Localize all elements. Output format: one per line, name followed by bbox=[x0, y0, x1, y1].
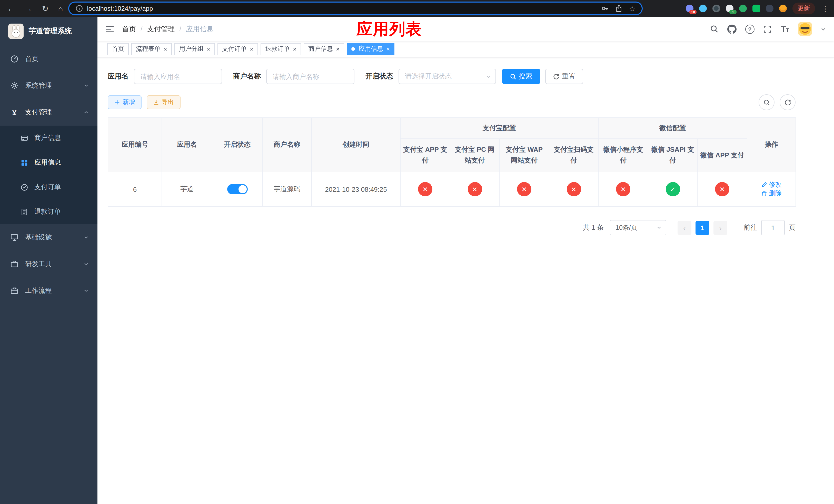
prev-page-button[interactable]: ‹ bbox=[678, 221, 692, 234]
sidebar-item-payment[interactable]: ¥ 支付管理 bbox=[0, 99, 97, 125]
merchant-name-input[interactable] bbox=[266, 69, 354, 84]
status-select[interactable]: 请选择开启状态 bbox=[398, 69, 496, 84]
sidebar-item-app-info[interactable]: 应用信息 bbox=[0, 150, 97, 175]
next-page-button[interactable]: › bbox=[714, 221, 727, 234]
delete-link[interactable]: 删除 bbox=[761, 189, 782, 198]
cell-created-at: 2021-10-23 08:49:25 bbox=[312, 172, 400, 206]
tab-refund-orders[interactable]: 退款订单 bbox=[261, 43, 301, 55]
reload-icon[interactable]: ↻ bbox=[42, 5, 48, 12]
goto-label: 前往 bbox=[744, 223, 757, 232]
bookmark-star-icon[interactable]: ☆ bbox=[629, 4, 635, 13]
extension-icon-1[interactable]: 10 bbox=[686, 5, 694, 12]
extension-icon-5[interactable] bbox=[739, 5, 747, 12]
breadcrumb-home[interactable]: 首页 bbox=[122, 24, 136, 33]
page-number-1[interactable]: 1 bbox=[696, 221, 709, 234]
sidebar-menu: 首页 系统管理 ¥ 支付管理 商户信息 bbox=[0, 46, 97, 304]
tab-process-form[interactable]: 流程表单 bbox=[131, 43, 172, 55]
alipay-pc-status-icon bbox=[467, 182, 482, 197]
share-icon[interactable] bbox=[615, 5, 623, 12]
edit-link-label: 修改 bbox=[769, 180, 782, 189]
sidebar-item-home[interactable]: 首页 bbox=[0, 46, 97, 72]
sidebar-collapse-icon[interactable] bbox=[97, 25, 122, 33]
extension-icon-6[interactable] bbox=[752, 5, 760, 12]
toolbox-icon bbox=[10, 260, 19, 268]
alipay-qr-status-icon bbox=[567, 182, 581, 197]
back-icon[interactable]: ← bbox=[7, 5, 15, 12]
address-bar[interactable]: localhost:1024/pay/app ☆ bbox=[68, 2, 642, 15]
enable-toggle[interactable] bbox=[227, 184, 247, 194]
extension-icon-3[interactable] bbox=[712, 5, 720, 12]
page-title: 应用列表 bbox=[356, 19, 422, 40]
user-avatar[interactable] bbox=[798, 22, 812, 36]
sidebar-item-workflow[interactable]: 工作流程 bbox=[0, 277, 97, 304]
sidebar-item-refund-orders[interactable]: 退款订单 bbox=[0, 200, 97, 224]
page-size-select[interactable]: 10条/页 bbox=[610, 220, 666, 235]
sidebar-item-system[interactable]: 系统管理 bbox=[0, 72, 97, 99]
omnibox-actions: ☆ bbox=[601, 4, 635, 13]
sidebar-item-merchant-info[interactable]: 商户信息 bbox=[0, 125, 97, 150]
home-icon[interactable]: ⌂ bbox=[58, 5, 63, 12]
document-icon bbox=[21, 208, 28, 215]
chevron-up-icon bbox=[83, 109, 89, 115]
app-table: 应用编号 应用名 开启状态 商户名称 创建时间 支付宝配置 微信配置 操作 支付… bbox=[108, 117, 796, 207]
goto-page: 前往 页 bbox=[744, 220, 795, 235]
forward-icon[interactable]: → bbox=[25, 5, 32, 12]
site-info-icon[interactable] bbox=[75, 5, 83, 12]
sidebar-item-dev-tools[interactable]: 研发工具 bbox=[0, 251, 97, 277]
close-icon[interactable] bbox=[207, 46, 210, 52]
help-icon[interactable] bbox=[745, 24, 754, 33]
sidebar-item-label: 商户信息 bbox=[35, 133, 61, 142]
cell-wechat-app bbox=[697, 172, 747, 206]
sidebar-item-payment-orders[interactable]: 支付订单 bbox=[0, 175, 97, 200]
sidebar-item-label: 工作流程 bbox=[25, 286, 52, 295]
close-icon[interactable] bbox=[163, 46, 167, 52]
reset-button[interactable]: 重置 bbox=[545, 69, 583, 84]
active-dot bbox=[351, 47, 355, 51]
grid-icon bbox=[21, 159, 28, 166]
sidebar-item-infrastructure[interactable]: 基础设施 bbox=[0, 224, 97, 251]
github-icon[interactable] bbox=[727, 24, 737, 33]
sidebar-item-label: 支付管理 bbox=[25, 108, 52, 117]
search-button[interactable]: 搜索 bbox=[502, 69, 540, 84]
close-icon[interactable] bbox=[386, 46, 390, 52]
tab-payment-orders[interactable]: 支付订单 bbox=[218, 43, 258, 55]
tab-merchant-info[interactable]: 商户信息 bbox=[304, 43, 344, 55]
browser-menu-icon[interactable]: ⋮ bbox=[822, 4, 829, 13]
extension-icon-2[interactable] bbox=[699, 5, 707, 12]
url-text: localhost:1024/pay/app bbox=[87, 5, 153, 12]
tab-home[interactable]: 首页 bbox=[107, 43, 129, 55]
extension-icon-7[interactable] bbox=[766, 5, 773, 12]
password-key-icon[interactable] bbox=[601, 5, 609, 12]
tab-user-group[interactable]: 用户分组 bbox=[174, 43, 215, 55]
col-app-name: 应用名 bbox=[162, 118, 212, 172]
close-icon[interactable] bbox=[250, 46, 254, 52]
chevron-down-icon bbox=[83, 288, 89, 294]
app-name-label: 应用名 bbox=[108, 72, 129, 81]
tab-label: 退款订单 bbox=[265, 45, 290, 53]
caret-down-icon[interactable] bbox=[821, 26, 826, 31]
refresh-icon[interactable] bbox=[780, 94, 795, 110]
app-name-input[interactable] bbox=[134, 69, 222, 84]
fullscreen-icon[interactable] bbox=[763, 25, 771, 33]
sidebar-item-label: 首页 bbox=[25, 54, 39, 64]
col-alipay-pc: 支付宝 PC 网站支付 bbox=[450, 139, 499, 172]
cell-alipay-app bbox=[400, 172, 450, 206]
add-button[interactable]: 新增 bbox=[108, 95, 141, 109]
font-size-icon[interactable] bbox=[780, 25, 789, 33]
browser-update-button[interactable]: 更新 bbox=[792, 3, 815, 14]
close-icon[interactable] bbox=[336, 46, 339, 52]
search-icon[interactable] bbox=[710, 25, 719, 33]
cell-app-id: 6 bbox=[108, 172, 162, 206]
dashboard-icon bbox=[10, 55, 19, 63]
extension-icon-4[interactable]: 1 bbox=[726, 5, 733, 12]
order-check-icon bbox=[21, 183, 28, 191]
goto-page-input[interactable] bbox=[761, 220, 785, 235]
show-search-icon[interactable] bbox=[759, 94, 774, 110]
export-button[interactable]: 导出 bbox=[147, 95, 180, 109]
tab-app-info[interactable]: 应用信息 bbox=[347, 43, 394, 55]
edit-link[interactable]: 修改 bbox=[761, 180, 782, 189]
close-icon[interactable] bbox=[293, 46, 297, 52]
browser-profile-avatar[interactable] bbox=[779, 5, 787, 12]
breadcrumb-payment[interactable]: 支付管理 bbox=[147, 24, 175, 33]
cell-alipay-qr bbox=[549, 172, 598, 206]
